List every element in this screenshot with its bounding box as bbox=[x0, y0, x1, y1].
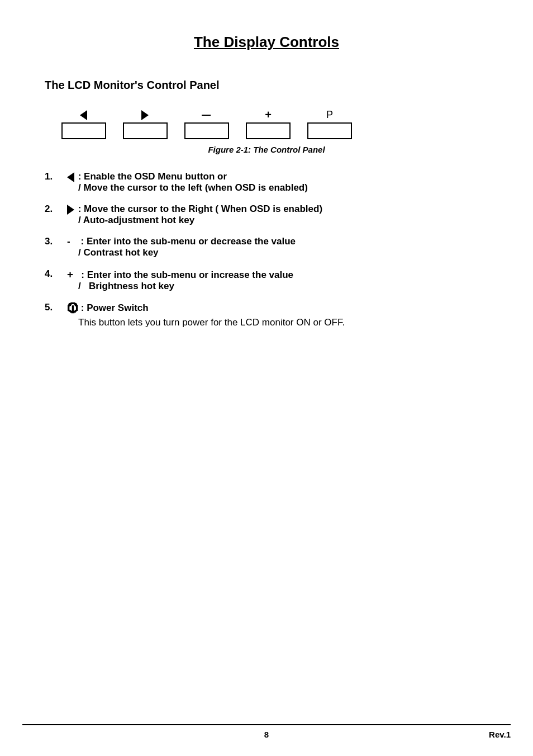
item-3-dash-icon bbox=[73, 236, 78, 247]
item-1-line2: / Move the cursor to the left (when OSD … bbox=[67, 182, 308, 193]
item-2-number: 2. bbox=[45, 204, 67, 215]
button-2-box bbox=[123, 122, 168, 139]
dash-icon bbox=[202, 115, 211, 116]
item-1-line1: : Enable the OSD Menu button or bbox=[67, 171, 227, 182]
item-3-line2: / Contrast hot key bbox=[67, 247, 159, 258]
button-5-symbol: P bbox=[307, 109, 352, 121]
power-icon: ⏼ bbox=[67, 302, 78, 314]
figure-caption: Figure 2-1: The Control Panel bbox=[45, 145, 488, 154]
footer-page-number: 8 bbox=[22, 730, 511, 739]
list-item-1: 1. : Enable the OSD Menu button or / Mov… bbox=[45, 171, 488, 193]
button-4-symbol: + bbox=[246, 108, 291, 121]
footer-revision: Rev.1 bbox=[489, 730, 511, 739]
item-5-description: This button lets you turn power for the … bbox=[67, 317, 488, 328]
item-4-line1: + : Enter into the sub-menu or increase … bbox=[67, 270, 293, 280]
list-item-4: 4. + : Enter into the sub-menu or increa… bbox=[45, 268, 488, 292]
button-3-box bbox=[184, 122, 229, 139]
item-4-plus-icon: + bbox=[67, 268, 73, 280]
item-4-number: 4. bbox=[45, 268, 67, 280]
item-4-content: + : Enter into the sub-menu or increase … bbox=[67, 268, 488, 292]
list-item-2: 2. : Move the cursor to the Right ( When… bbox=[45, 204, 488, 226]
item-3-content: - : Enter into the sub-menu or decrease … bbox=[67, 236, 488, 258]
item-2-line1: : Move the cursor to the Right ( When OS… bbox=[67, 204, 322, 214]
triangle-right-icon bbox=[141, 110, 149, 120]
item-1-triangle-left-icon bbox=[67, 172, 74, 182]
button-1-symbol bbox=[61, 110, 106, 120]
item-2-triangle-right-icon bbox=[67, 205, 74, 215]
item-5-content: ⏼ : Power Switch This button lets you tu… bbox=[67, 302, 488, 328]
footer: 8 Rev.1 bbox=[22, 724, 511, 739]
item-1-number: 1. bbox=[45, 171, 67, 182]
section-title: The LCD Monitor's Control Panel bbox=[45, 79, 488, 92]
control-panel-diagram: + P bbox=[61, 108, 488, 121]
page-title: The Display Controls bbox=[45, 34, 488, 51]
button-5-box bbox=[307, 122, 352, 139]
item-3-line1: - : Enter into the sub-menu or decrease … bbox=[67, 236, 296, 247]
list-item-3: 3. - : Enter into the sub-menu or decrea… bbox=[45, 236, 488, 258]
item-4-line2: / Brightness hot key bbox=[67, 281, 174, 291]
button-1-box bbox=[61, 122, 106, 139]
plus-icon: + bbox=[265, 108, 272, 121]
item-2-line2: / Auto-adjustment hot key bbox=[67, 215, 194, 225]
button-2-symbol bbox=[123, 110, 168, 120]
item-3-number: 3. bbox=[45, 236, 67, 247]
button-3-symbol bbox=[184, 115, 229, 116]
triangle-left-icon bbox=[80, 110, 87, 120]
item-1-content: : Enable the OSD Menu button or / Move t… bbox=[67, 171, 488, 193]
item-2-content: : Move the cursor to the Right ( When OS… bbox=[67, 204, 488, 226]
item-5-number: 5. bbox=[45, 302, 67, 313]
list-item-5: 5. ⏼ : Power Switch This button lets you… bbox=[45, 302, 488, 328]
item-5-line1: ⏼ : Power Switch bbox=[67, 303, 149, 313]
button-4-box bbox=[246, 122, 291, 139]
controls-list: 1. : Enable the OSD Menu button or / Mov… bbox=[45, 171, 488, 328]
p-letter-icon: P bbox=[326, 109, 333, 121]
button-boxes-row bbox=[61, 122, 488, 139]
